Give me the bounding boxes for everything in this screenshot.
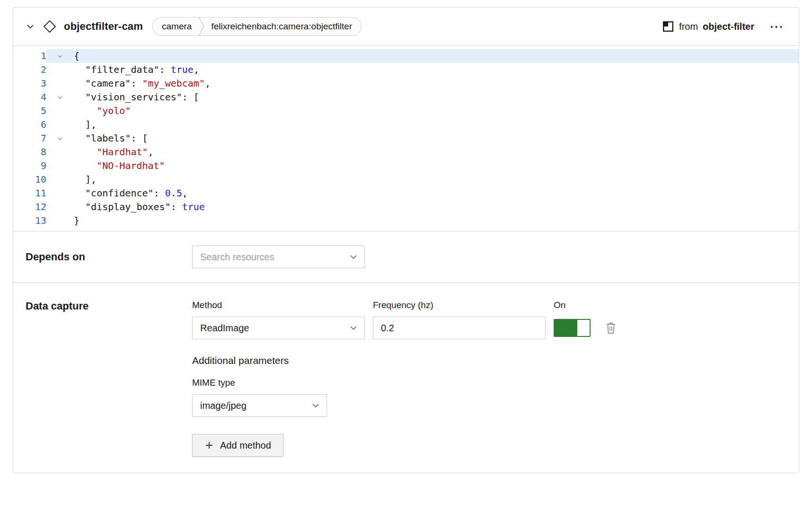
capture-on-toggle[interactable] <box>554 319 591 337</box>
code-text: "yolo" <box>74 104 131 118</box>
code-text: "camera": "my_webcam", <box>74 77 211 90</box>
code-line[interactable]: 1{ <box>13 49 799 63</box>
module-attribution: from object-filter <box>662 20 754 33</box>
fold-chevron-icon[interactable] <box>46 135 74 142</box>
code-text: "labels": [ <box>74 132 148 145</box>
code-text: ], <box>74 118 97 132</box>
line-number: 2 <box>13 63 46 77</box>
mime-type-value: image/jpeg <box>200 400 247 411</box>
code-line[interactable]: 5 "yolo" <box>13 104 799 118</box>
line-number: 6 <box>13 118 46 132</box>
data-capture-heading: Data capture <box>26 300 192 312</box>
mime-type-label: MIME type <box>192 378 617 388</box>
code-line[interactable]: 13} <box>13 214 799 228</box>
depends-on-heading: Depends on <box>26 251 192 263</box>
code-line[interactable]: 11 "confidence": 0.5, <box>13 186 799 200</box>
tag-model-label: felixreichenbach:camera:objectfilter <box>205 21 361 32</box>
capture-toggle-field: On <box>554 300 617 339</box>
code-text: "Hardhat", <box>74 145 154 159</box>
capture-method-row: Method ReadImage Frequency (hz) On <box>192 300 617 339</box>
frequency-label: Frequency (hz) <box>373 300 546 310</box>
fold-chevron-icon[interactable] <box>46 53 74 60</box>
toggle-knob <box>576 319 591 337</box>
method-label: Method <box>192 300 365 310</box>
tag-type-label: camera <box>153 21 198 32</box>
method-select[interactable]: ReadImage <box>192 317 365 339</box>
code-text: { <box>74 49 79 63</box>
more-options-button[interactable]: ⋯ <box>767 18 786 35</box>
depends-on-placeholder: Search resources <box>200 252 274 263</box>
method-value: ReadImage <box>200 323 249 334</box>
component-diamond-icon <box>43 19 57 34</box>
code-line[interactable]: 4 "vision_services": [ <box>13 90 799 104</box>
line-number: 4 <box>13 90 46 104</box>
module-icon <box>662 20 674 33</box>
code-text: } <box>74 214 79 228</box>
additional-parameters-label: Additional parameters <box>192 355 617 366</box>
code-line[interactable]: 2 "filter_data": true, <box>13 63 799 77</box>
line-number: 3 <box>13 77 46 90</box>
resource-type-tag: camera felixreichenbach:camera:objectfil… <box>152 17 362 36</box>
code-line[interactable]: 8 "Hardhat", <box>13 145 799 159</box>
line-number: 5 <box>13 104 46 118</box>
chevron-down-icon <box>311 401 320 410</box>
toggle-row <box>554 317 617 339</box>
line-number: 13 <box>13 214 46 228</box>
line-number: 9 <box>13 159 46 173</box>
data-capture-body: Method ReadImage Frequency (hz) On <box>192 300 617 457</box>
from-label: from <box>679 21 698 32</box>
data-capture-section: Data capture Method ReadImage Frequency … <box>13 283 799 473</box>
line-number: 10 <box>13 173 46 186</box>
card-header: objectfilter-cam camera felixreichenbach… <box>13 8 799 46</box>
fold-chevron-icon[interactable] <box>46 94 74 101</box>
line-number: 12 <box>13 200 46 214</box>
code-line[interactable]: 9 "NO-Hardhat" <box>13 159 799 173</box>
code-line[interactable]: 7 "labels": [ <box>13 132 799 145</box>
frequency-field: Frequency (hz) <box>373 300 546 339</box>
json-config-editor[interactable]: 1{2 "filter_data": true,3 "camera": "my_… <box>13 46 799 231</box>
resource-title: objectfilter-cam <box>64 20 143 33</box>
depends-on-section: Depends on Search resources <box>13 231 799 283</box>
code-line[interactable]: 3 "camera": "my_webcam", <box>13 77 799 90</box>
line-number: 1 <box>13 49 46 63</box>
code-text: "vision_services": [ <box>74 90 199 104</box>
add-method-button[interactable]: Add method <box>192 434 283 457</box>
module-name: object-filter <box>703 21 754 32</box>
chevron-down-icon <box>349 324 358 332</box>
line-number: 11 <box>13 186 46 200</box>
code-text: "NO-Hardhat" <box>74 159 165 173</box>
line-number: 8 <box>13 145 46 159</box>
tag-divider-chevron-icon <box>198 17 205 36</box>
code-text: ], <box>74 173 97 186</box>
add-method-label: Add method <box>220 440 271 451</box>
collapse-chevron-icon[interactable] <box>26 22 35 31</box>
mime-type-select[interactable]: image/jpeg <box>192 394 327 417</box>
code-text: "filter_data": true, <box>74 63 199 77</box>
code-line[interactable]: 10 ], <box>13 173 799 186</box>
plus-icon <box>204 441 214 450</box>
depends-on-select[interactable]: Search resources <box>192 246 365 268</box>
delete-method-trash-icon[interactable] <box>605 322 617 334</box>
code-text: "display_boxes": true <box>74 200 205 214</box>
code-text: "confidence": 0.5, <box>74 186 188 200</box>
resource-card: objectfilter-cam camera felixreichenbach… <box>13 7 799 473</box>
on-label: On <box>554 300 617 310</box>
method-field: Method ReadImage <box>192 300 365 339</box>
code-line[interactable]: 12 "display_boxes": true <box>13 200 799 214</box>
frequency-input[interactable] <box>373 317 546 339</box>
chevron-down-icon <box>349 253 358 261</box>
code-line[interactable]: 6 ], <box>13 118 799 132</box>
line-number: 7 <box>13 132 46 145</box>
